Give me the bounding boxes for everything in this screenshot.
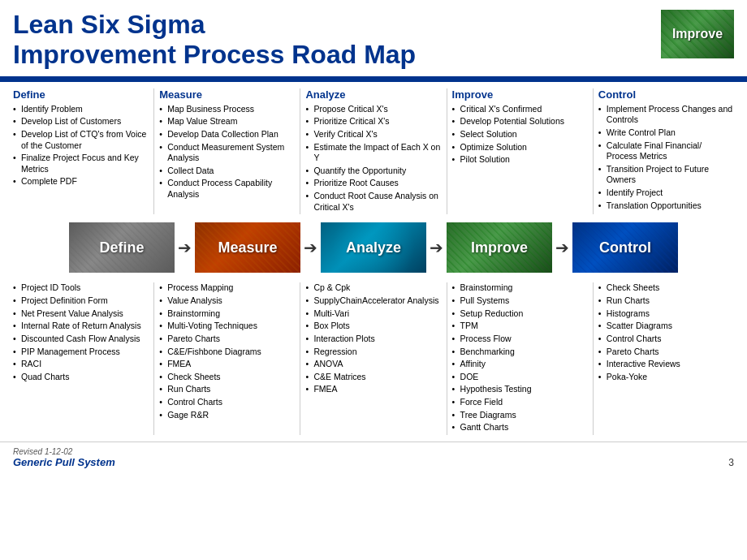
tool-item: Control Charts (598, 334, 734, 345)
tool-item: PIP Management Process (13, 347, 149, 358)
tool-item: Control Charts (159, 397, 295, 408)
phase-step-item: Identify Problem (13, 104, 149, 115)
tool-item: Discounted Cash Flow Analysis (13, 334, 149, 345)
tool-item: Hypothesis Testing (452, 384, 588, 395)
phase-title-analyze: Analyze (305, 88, 441, 101)
phase-step-item: Map Value Stream (159, 116, 295, 127)
flow-arrow: ➔ (175, 238, 195, 257)
phase-step-item: Finalize Project Focus and Key Metrics (13, 153, 149, 174)
tool-item: Multi-Vari (305, 308, 441, 320)
tool-item: Pull Systems (452, 295, 588, 307)
tool-item: Benchmarking (452, 347, 588, 358)
phase-col-measure: MeasureMap Business ProcessMap Value Str… (154, 88, 300, 215)
tool-item: Regression (305, 347, 441, 358)
page-number: 3 (728, 457, 734, 468)
title-line2: Improvement Process Road Map (13, 40, 416, 70)
title-line1: Lean Six Sigma (13, 10, 416, 40)
tool-item: Force Field (452, 397, 588, 408)
phase-step-item: Develop List of Customers (13, 116, 149, 127)
footer: Revised 1-12-02 Generic Pull System 3 (0, 442, 747, 475)
phase-col-improve: ImproveCritical X's ConfirmedDevelop Pot… (447, 88, 594, 215)
flow-box-improve: Improve (447, 222, 552, 273)
phase-step-item: Prioritize Critical X's (305, 116, 441, 127)
flow-box-control: Control (572, 222, 678, 273)
tool-item: Poka-Yoke (598, 372, 734, 383)
phase-step-item: Conduct Root Cause Analysis on Critical … (305, 191, 441, 213)
phase-step-item: Map Business Process (159, 104, 295, 115)
tool-item: Gage R&R (159, 410, 295, 421)
flow-row: Define➔Measure➔Analyze➔Improve➔Control (0, 214, 747, 278)
flow-box-label-control: Control (599, 239, 651, 256)
phase-col-analyze: AnalyzePropose Critical X'sPrioritize Cr… (300, 88, 447, 215)
flow-box-label-analyze: Analyze (346, 239, 401, 256)
phase-step-item: Collect Data (159, 166, 295, 177)
tool-item: Value Analysis (159, 295, 295, 307)
tools-col-define: Project ID ToolsProject Definition FormN… (8, 282, 154, 435)
tool-item: Quad Charts (13, 372, 149, 383)
phase-step-item: Write Control Plan (598, 127, 734, 139)
flow-box-define: Define (69, 222, 175, 273)
phase-title-measure: Measure (159, 88, 295, 101)
tool-item: Run Charts (159, 384, 295, 395)
tool-item: Brainstorming (452, 282, 588, 294)
tool-item: C&E Matrices (305, 372, 441, 383)
phase-step-item: Prioritize Root Causes (305, 178, 441, 189)
phase-step-item: Estimate the Impact of Each X on Y (305, 142, 441, 164)
phase-step-item: Calculate Final Financial/ Process Metri… (598, 140, 734, 162)
phase-title-improve: Improve (452, 88, 588, 101)
tools-col-improve: BrainstormingPull SystemsSetup Reduction… (447, 282, 594, 435)
phase-step-item: Develop Data Collection Plan (159, 129, 295, 140)
phase-step-item: Develop List of CTQ's from Voice of the … (13, 129, 149, 151)
flow-box-label-improve: Improve (471, 239, 528, 256)
tool-item: Tree Diagrams (452, 410, 588, 421)
page-title: Lean Six Sigma Improvement Process Road … (13, 10, 416, 70)
tool-item: Setup Reduction (452, 308, 588, 320)
tool-item: Run Charts (598, 295, 734, 307)
tool-item: Pareto Charts (159, 334, 295, 345)
tool-item: Process Mapping (159, 282, 295, 294)
tool-item: ANOVA (305, 359, 441, 370)
tool-item: Check Sheets (159, 372, 295, 383)
phase-col-control: ControlImplement Process Changes and Con… (594, 88, 739, 215)
tool-item: Net Present Value Analysis (13, 308, 149, 320)
phase-step-item: Propose Critical X's (305, 104, 441, 115)
tool-item: Affinity (452, 359, 588, 370)
tool-item: FMEA (305, 384, 441, 395)
tool-item: Project Definition Form (13, 295, 149, 307)
tools-col-control: Check SheetsRun ChartsHistogramsScatter … (594, 282, 739, 435)
header: Lean Six Sigma Improvement Process Road … (0, 0, 747, 79)
phase-step-item: Transition Project to Future Owners (598, 164, 734, 186)
phase-col-define: DefineIdentify ProblemDevelop List of Cu… (8, 88, 154, 215)
tool-item: C&E/Fishbone Diagrams (159, 347, 295, 358)
tool-item: DOE (452, 372, 588, 383)
tool-item: Check Sheets (598, 282, 734, 294)
phase-step-item: Identify Project (598, 187, 734, 199)
tool-item: TPM (452, 321, 588, 332)
tool-item: Scatter Diagrams (598, 321, 734, 332)
tool-item: Multi-Voting Techniques (159, 321, 295, 332)
tool-item: Cp & Cpk (305, 282, 441, 294)
tool-item: Interaction Plots (305, 334, 441, 345)
tool-item: Brainstorming (159, 308, 295, 320)
phase-step-item: Optimize Solution (452, 142, 588, 153)
phase-step-item: Verify Critical X's (305, 129, 441, 140)
phases-top: DefineIdentify ProblemDevelop List of Cu… (0, 82, 747, 215)
tool-item: Box Plots (305, 321, 441, 332)
tools-col-analyze: Cp & CpkSupplyChainAccelerator AnalysisM… (300, 282, 447, 435)
flow-box-analyze: Analyze (321, 222, 426, 273)
flow-box-label-define: Define (99, 239, 144, 256)
phase-step-item: Critical X's Confirmed (452, 104, 588, 115)
flow-arrow: ➔ (426, 238, 447, 257)
tool-item: RACI (13, 359, 149, 370)
phase-step-item: Conduct Process Capability Analysis (159, 178, 295, 200)
phase-step-item: Select Solution (452, 129, 588, 140)
phase-title-control: Control (598, 88, 734, 101)
tool-item: Pareto Charts (598, 347, 734, 358)
tools-section: Project ID ToolsProject Definition FormN… (0, 278, 747, 438)
phase-step-item: Implement Process Changes and Controls (598, 104, 734, 126)
header-image-label: Improve (672, 27, 723, 41)
header-image: Improve (661, 10, 734, 58)
phase-step-item: Pilot Solution (452, 154, 588, 166)
tool-item: Internal Rate of Return Analysis (13, 321, 149, 332)
phase-step-item: Translation Opportunities (598, 200, 734, 212)
